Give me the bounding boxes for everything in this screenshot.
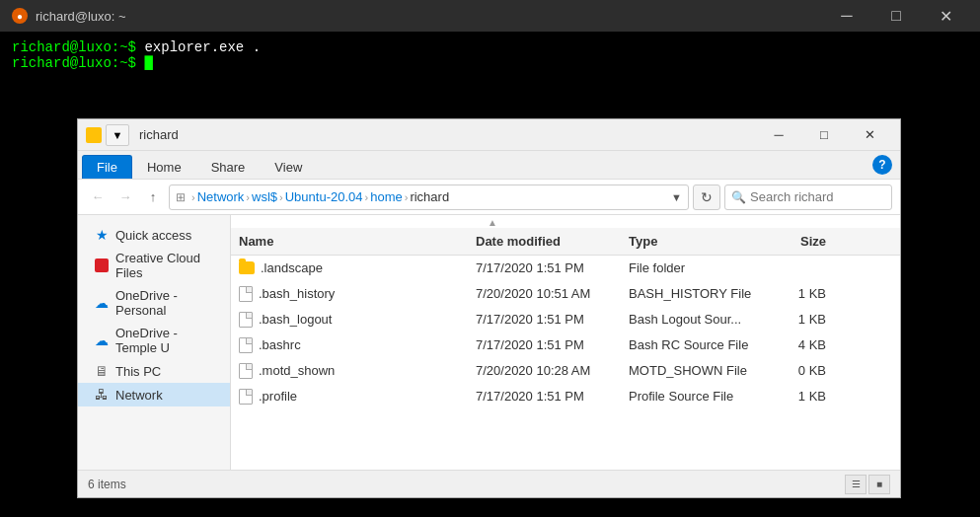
explorer-close-btn[interactable]: ✕: [847, 119, 892, 151]
tab-file[interactable]: File: [82, 155, 132, 179]
file-row-landscape[interactable]: .landscape 7/17/2020 1:51 PM File folder: [231, 256, 900, 281]
tab-view[interactable]: View: [260, 155, 317, 179]
sidebar-item-onedrive-personal[interactable]: ☁ OneDrive - Personal: [78, 284, 230, 322]
details-view-btn[interactable]: ☰: [845, 475, 867, 494]
terminal-minimize-btn[interactable]: ─: [824, 0, 869, 32]
sidebar-label-quick-access: Quick access: [115, 228, 191, 243]
file-row-bash-logout[interactable]: .bash_logout 7/17/2020 1:51 PM Bash Logo…: [231, 307, 900, 332]
network-icon: 🖧: [94, 387, 110, 403]
file-size-bash-logout: 1 KB: [767, 312, 826, 327]
file-date-bash-history: 7/20/2020 10:51 AM: [476, 286, 629, 301]
file-type-profile: Profile Source File: [629, 389, 767, 404]
file-type-bash-history: BASH_HISTORY File: [629, 286, 767, 301]
file-row-motd-shown[interactable]: .motd_shown 7/20/2020 10:28 AM MOTD_SHOW…: [231, 358, 900, 384]
terminal-body: richard@luxo:~$ explorer.exe . richard@l…: [0, 32, 980, 79]
file-date-profile: 7/17/2020 1:51 PM: [476, 389, 629, 404]
doc-icon: [239, 363, 253, 379]
tab-share[interactable]: Share: [196, 155, 261, 179]
breadcrumb-network[interactable]: Network: [197, 189, 245, 204]
explorer-titlebar: ▼ richard ─ □ ✕: [78, 119, 900, 151]
sidebar-label-onedrive-temple: OneDrive - Temple U: [115, 326, 222, 355]
file-date-landscape: 7/17/2020 1:51 PM: [476, 260, 629, 275]
file-row-bashrc[interactable]: .bashrc 7/17/2020 1:51 PM Bash RC Source…: [231, 332, 900, 358]
help-button[interactable]: ?: [872, 155, 892, 175]
sidebar-label-creative-cloud: Creative Cloud Files: [115, 251, 222, 280]
up-button[interactable]: ↑: [141, 185, 165, 209]
explorer-minimize-btn[interactable]: ─: [756, 119, 801, 151]
file-name-profile: .profile: [239, 389, 476, 405]
col-header-date[interactable]: Date modified: [476, 234, 629, 249]
explorer-title-icons: ▼: [86, 124, 129, 146]
tab-home[interactable]: Home: [132, 155, 196, 179]
search-icon: 🔍: [731, 190, 746, 204]
folder-icon: [239, 261, 255, 274]
breadcrumb-current: richard: [410, 189, 449, 204]
ribbon-tabs-row: File Home Share View ?: [78, 151, 900, 179]
file-date-bashrc: 7/17/2020 1:51 PM: [476, 337, 629, 352]
address-path[interactable]: ⊞ › Network › wsl$ › Ubuntu-20.04 › home…: [169, 185, 689, 210]
sidebar-item-onedrive-temple[interactable]: ☁ OneDrive - Temple U: [78, 322, 230, 359]
search-input[interactable]: [750, 189, 878, 204]
col-header-type[interactable]: Type: [629, 234, 767, 249]
explorer-folder-icon: [86, 127, 102, 143]
sidebar-label-onedrive-personal: OneDrive - Personal: [115, 288, 222, 318]
file-name-bashrc: .bashrc: [239, 337, 476, 353]
file-table-header: Name Date modified Type Size: [231, 228, 900, 256]
col-header-size[interactable]: Size: [767, 234, 826, 249]
terminal-command-1: explorer.exe .: [144, 39, 261, 55]
breadcrumb-ubuntu[interactable]: Ubuntu-20.04: [285, 189, 363, 204]
breadcrumb-wsl[interactable]: wsl$: [252, 189, 277, 204]
search-box[interactable]: 🔍: [724, 185, 892, 210]
file-name-landscape: .landscape: [239, 260, 476, 275]
terminal-close-btn[interactable]: ✕: [923, 0, 968, 32]
explorer-window-controls: ─ □ ✕: [756, 119, 892, 151]
breadcrumb-home[interactable]: home: [370, 189, 403, 204]
sidebar-item-creative-cloud[interactable]: Creative Cloud Files: [78, 247, 230, 284]
onedrive-personal-icon: ☁: [94, 295, 110, 311]
terminal-title: richard@luxo: ~: [36, 9, 816, 24]
col-header-name[interactable]: Name: [239, 234, 476, 249]
large-icons-view-btn[interactable]: ■: [868, 475, 890, 494]
doc-icon: [239, 337, 253, 353]
file-size-bash-history: 1 KB: [767, 286, 826, 301]
terminal-line-2: richard@luxo:~$ █: [12, 55, 968, 71]
file-size-profile: 1 KB: [767, 389, 826, 404]
sidebar-item-quick-access[interactable]: ★ Quick access: [78, 223, 230, 247]
terminal-window-controls: ─ □ ✕: [824, 0, 968, 32]
file-row-bash-history[interactable]: .bash_history 7/20/2020 10:51 AM BASH_HI…: [231, 281, 900, 307]
file-date-bash-logout: 7/17/2020 1:51 PM: [476, 312, 629, 327]
quick-access-toolbar-btn[interactable]: ▼: [106, 124, 129, 146]
file-row-profile[interactable]: .profile 7/17/2020 1:51 PM Profile Sourc…: [231, 384, 900, 409]
ribbon: File Home Share View ?: [78, 151, 900, 180]
back-button[interactable]: ←: [86, 185, 110, 209]
explorer-maximize-btn[interactable]: □: [801, 119, 847, 151]
sidebar-item-this-pc[interactable]: 🖥 This PC: [78, 359, 230, 383]
file-size-motd-shown: 0 KB: [767, 363, 826, 378]
onedrive-temple-icon: ☁: [94, 332, 110, 348]
doc-icon: [239, 286, 253, 302]
creative-cloud-icon: [94, 258, 110, 273]
explorer-window-title: richard: [139, 127, 750, 142]
content-area: ★ Quick access Creative Cloud Files ☁ On…: [78, 215, 900, 470]
terminal-app-icon: ●: [12, 8, 28, 24]
ribbon-tabs: File Home Share View: [78, 151, 321, 179]
statusbar-item-count: 6 items: [88, 478, 126, 491]
this-pc-icon: 🖥: [94, 363, 110, 379]
file-type-motd-shown: MOTD_SHOWN File: [629, 363, 767, 378]
sidebar-label-this-pc: This PC: [115, 364, 161, 379]
file-date-motd-shown: 7/20/2020 10:28 AM: [476, 363, 629, 378]
file-name-motd-shown: .motd_shown: [239, 363, 476, 379]
terminal-maximize-btn[interactable]: □: [873, 0, 919, 32]
sidebar-label-network: Network: [115, 388, 163, 403]
file-pane: ▲ Name Date modified Type Size .landscap…: [231, 215, 900, 470]
address-bar: ← → ↑ ⊞ › Network › wsl$ › Ubuntu-20.04 …: [78, 180, 900, 215]
refresh-button[interactable]: ↻: [693, 185, 720, 210]
file-type-bashrc: Bash RC Source File: [629, 337, 767, 352]
view-buttons: ☰ ■: [845, 475, 890, 494]
sidebar-item-network[interactable]: 🖧 Network: [78, 383, 230, 406]
ribbon-right: ?: [872, 155, 900, 175]
forward-button[interactable]: →: [113, 185, 137, 209]
quick-access-icon: ★: [94, 227, 110, 243]
address-chevron-icon[interactable]: ▼: [671, 191, 682, 203]
statusbar: 6 items ☰ ■: [78, 470, 900, 497]
